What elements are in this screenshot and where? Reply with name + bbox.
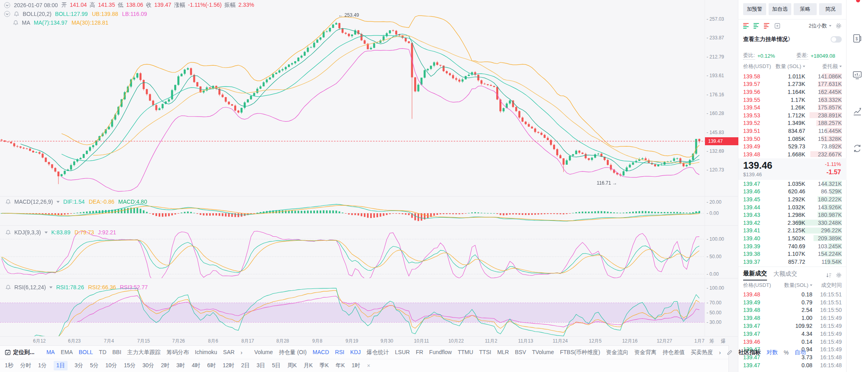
- col-amount[interactable]: 委托额: [822, 63, 838, 70]
- sub-indicator-Volume[interactable]: Volume: [254, 349, 273, 356]
- sub-indicator-持仓量 (OI)[interactable]: 持仓量 (OI): [279, 349, 307, 356]
- overlay-indicator-BOLL[interactable]: BOLL: [79, 349, 93, 356]
- alert-bell-icon[interactable]: [14, 11, 19, 17]
- sub-indicator-LSUR[interactable]: LSUR: [395, 349, 410, 356]
- timeframe-2时[interactable]: 2时: [161, 362, 170, 369]
- bid-row[interactable]: 139.45 1.292K 180.222K: [738, 195, 847, 203]
- timeframe-1日[interactable]: 1日: [54, 361, 68, 370]
- col-qty[interactable]: 数量 (SOL): [776, 63, 801, 70]
- bid-row[interactable]: 139.41 2.125K 296.22K: [738, 227, 847, 235]
- col-qty[interactable]: 数量(SOL): [784, 282, 808, 289]
- timeframe-1时[interactable]: 1时: [351, 362, 360, 369]
- book-both-sides-icon[interactable]: [743, 23, 750, 29]
- timeframe-5日[interactable]: 5日: [272, 362, 281, 369]
- sub-indicator-资金流向[interactable]: 资金流向: [606, 349, 628, 356]
- close-timeframe-icon[interactable]: ×: [367, 362, 370, 369]
- timeframe-1秒[interactable]: 1秒: [5, 362, 14, 369]
- timeframe-30分[interactable]: 30分: [142, 362, 154, 369]
- sub-indicator-FTBS(币种维度)[interactable]: FTBS(币种维度): [560, 349, 600, 356]
- timeframe-3分[interactable]: 3分: [74, 362, 83, 369]
- sub-indicator-BSV[interactable]: BSV: [515, 349, 526, 356]
- sub-indicator-MLR[interactable]: MLR: [497, 349, 509, 356]
- overlay-indicator-筹码分布[interactable]: 筹码分布: [167, 349, 189, 356]
- alert-bell-icon[interactable]: [13, 20, 18, 25]
- timeframe-5分[interactable]: 5分: [90, 362, 99, 369]
- sub-indicator-TTMU[interactable]: TTMU: [458, 349, 473, 356]
- gear-icon[interactable]: [835, 23, 842, 29]
- sub-indicator-爆仓统计[interactable]: 爆仓统计: [367, 349, 389, 356]
- bid-row[interactable]: 139.47 1.035K 144.321K: [738, 180, 847, 188]
- overlay-indicator-SAR[interactable]: SAR: [223, 349, 235, 356]
- ask-row[interactable]: 139.58 1.011K 141.086K: [738, 72, 847, 80]
- view-main-orders-link[interactable]: 查看主力挂单情况〉: [743, 36, 793, 43]
- ask-row[interactable]: 139.52 1.349K 188.257K: [738, 119, 847, 127]
- timeframe-2日[interactable]: 2日: [241, 362, 250, 369]
- trend-stats-icon[interactable]: [852, 107, 862, 117]
- collapse-chevron-icon[interactable]: [4, 11, 10, 17]
- timeframe-季K[interactable]: 季K: [320, 362, 329, 369]
- decimals-dropdown[interactable]: 2位小数: [809, 22, 831, 29]
- overlay-indicator-BBI[interactable]: BBI: [113, 349, 122, 356]
- sort-icon[interactable]: [826, 273, 832, 278]
- timeframe-3日[interactable]: 3日: [256, 362, 265, 369]
- timeframe-1分[interactable]: 1分: [38, 362, 47, 369]
- tab-large-trades[interactable]: 大额成交: [773, 270, 797, 280]
- ask-row[interactable]: 139.49 529.73 73.892K: [738, 142, 847, 150]
- trade-row[interactable]: 139.49 0.79 16:15:51: [738, 298, 847, 306]
- timeframe-6时[interactable]: 6时: [207, 362, 216, 369]
- sub-indicator-TTSI[interactable]: TTSI: [479, 349, 491, 356]
- percent-scale-toggle[interactable]: %: [784, 349, 788, 356]
- bid-row[interactable]: 139.40 1.502K 209.389K: [738, 234, 847, 242]
- chip-liquidations[interactable]: 爆: [721, 338, 726, 345]
- ask-row[interactable]: 139.48 1.668K 232.667K: [738, 150, 847, 158]
- tab-latest-trades[interactable]: 最新成交: [743, 270, 767, 280]
- chevron-down-icon[interactable]: [45, 232, 48, 234]
- sub-indicator-KDJ[interactable]: KDJ: [350, 349, 361, 356]
- overlay-indicator-Ichimoku[interactable]: Ichimoku: [195, 349, 217, 356]
- sub-indicator-资金背离[interactable]: 资金背离: [634, 349, 656, 356]
- sub-indicator-Fundflow[interactable]: Fundflow: [429, 349, 452, 356]
- depth-monitor-icon[interactable]: [852, 70, 862, 80]
- trade-row[interactable]: 139.47 109.92 16:15:49: [738, 322, 847, 330]
- trade-row[interactable]: 139.48 0.18 16:15:51: [738, 290, 847, 298]
- sub-indicator-MACD[interactable]: MACD: [313, 349, 329, 356]
- sub-indicator-买卖热度[interactable]: 买卖热度: [691, 349, 713, 356]
- ask-row[interactable]: 139.50 1.085K 151.328K: [738, 135, 847, 143]
- trade-row[interactable]: 139.47 4.34 16:15:49: [738, 330, 847, 338]
- bid-row[interactable]: 139.42 2.369K 330.248K: [738, 219, 847, 227]
- ask-row[interactable]: 139.51 834.67 116.445K: [738, 127, 847, 135]
- book-custom-icon[interactable]: [774, 23, 781, 29]
- auto-scale-toggle[interactable]: 自动: [794, 349, 806, 356]
- action-button-简况[interactable]: 简况: [819, 3, 842, 15]
- action-button-加自选[interactable]: 加自选: [769, 3, 792, 15]
- alert-bell-icon[interactable]: [6, 284, 11, 290]
- gear-icon[interactable]: [836, 272, 842, 278]
- action-button-策略[interactable]: 策略: [794, 3, 817, 15]
- community-indicators-button[interactable]: 社区指标: [738, 349, 761, 356]
- price-alert-icon[interactable]: $: [852, 33, 862, 44]
- main-orders-toggle[interactable]: [831, 36, 842, 43]
- ask-row[interactable]: 139.55 1.17K 163.332K: [738, 96, 847, 104]
- timeframe-15分[interactable]: 15分: [124, 362, 136, 369]
- overlay-indicator-主力大单跟踪[interactable]: 主力大单跟踪: [127, 349, 161, 356]
- edit-pencil-icon[interactable]: [727, 350, 732, 355]
- ask-row[interactable]: 139.57 1.273K 177.631K: [738, 80, 847, 88]
- trade-row[interactable]: 139.46 0.14 16:15:49: [738, 338, 847, 346]
- timeframe-周K[interactable]: 周K: [287, 362, 297, 369]
- bid-row[interactable]: 139.43 1.298K 180.987K: [738, 211, 847, 219]
- book-asks-only-icon[interactable]: [764, 23, 770, 29]
- timeframe-12时[interactable]: 12时: [223, 362, 235, 369]
- sub-indicator-RSI[interactable]: RSI: [335, 349, 344, 356]
- ask-row[interactable]: 139.54 1.26K 175.857K: [738, 103, 847, 111]
- timeframe-月K[interactable]: 月K: [303, 362, 313, 369]
- bid-row[interactable]: 139.44 1.032K 143.926K: [738, 203, 847, 211]
- bid-row[interactable]: 139.37 857.72 119.54K: [738, 258, 847, 266]
- log-scale-toggle[interactable]: 对数: [767, 349, 778, 356]
- alert-bell-icon[interactable]: [6, 199, 11, 205]
- collapse-chevron-icon[interactable]: [4, 2, 10, 8]
- bid-row[interactable]: 139.39 740.69 103.245K: [738, 242, 847, 250]
- alert-bell-icon[interactable]: [6, 230, 11, 235]
- book-bids-only-icon[interactable]: [753, 23, 760, 29]
- chip-chips-distribution[interactable]: 筹: [709, 338, 714, 345]
- timeframe-年K[interactable]: 年K: [336, 362, 345, 369]
